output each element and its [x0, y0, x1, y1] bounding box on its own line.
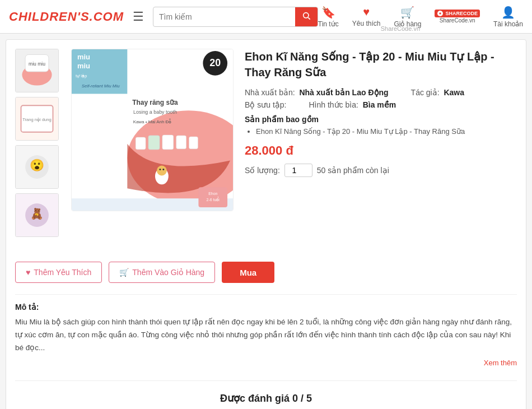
action-buttons: ♥ Thêm Yêu Thích 🛒 Thêm Vào Giỏ Hàng Mua [15, 253, 517, 283]
yeu-thich-label: Yêu thích [352, 20, 381, 27]
header-icon-yeu-thich[interactable]: ♥ Yêu thích [352, 6, 381, 27]
product-section: miu miu Trang nội dung 😮 [15, 49, 517, 237]
includes-item-1: Ehon Kĩ Năng Sống - Tập 20 - Miu Miu Tự … [256, 127, 517, 136]
product-price: 28.000 đ [245, 143, 517, 158]
svg-rect-18 [136, 137, 146, 150]
svg-text:Self-reliant Miu Miu: Self-reliant Miu Miu [82, 83, 120, 89]
search-bar [153, 7, 318, 27]
product-title: Ehon Kĩ Năng Sống - Tập 20 - Miu Miu Tự … [245, 49, 517, 80]
svg-text:tự lập: tự lập [76, 73, 87, 78]
description-section: Mô tả: Miu Miu là bộ sách giúp con hình … [15, 294, 517, 367]
logo[interactable]: CHILDREN'S.COM [9, 10, 124, 24]
thumbnail-4[interactable]: 🧸 [15, 193, 59, 237]
cart-label: Thêm Vào Giỏ Hàng [132, 268, 204, 277]
svg-rect-23 [148, 136, 160, 150]
thumbnail-3[interactable]: 😮 [15, 145, 59, 189]
svg-text:Thay răng sữa: Thay răng sữa [132, 99, 178, 106]
buy-label: Mua [240, 268, 256, 277]
svg-rect-20 [162, 135, 174, 150]
thumbnail-2[interactable]: Trang nội dung [15, 97, 59, 141]
header-icon-tai-khoan[interactable]: 👤 Tài khoản [493, 6, 523, 28]
search-button[interactable] [295, 7, 318, 26]
header-icon-tin-tuc[interactable]: 🔖 Tin tức [318, 6, 339, 28]
cart-icon: 🛒 [400, 6, 414, 19]
publisher-info: Nhà xuất bản: Nhà xuất bản Lao Động [245, 88, 389, 97]
thumbnail-list: miu miu Trang nội dung 😮 [15, 49, 60, 237]
header-icon-gio-hang[interactable]: 🛒 Giỏ hàng [394, 6, 421, 28]
qty-row: Số lượng: 50 sản phẩm còn lại [245, 164, 517, 177]
info-row-publisher: Nhà xuất bản: Nhà xuất bản Lao Động Tác … [245, 88, 517, 97]
product-info: Ehon Kĩ Năng Sống - Tập 20 - Miu Miu Tự … [245, 49, 517, 237]
svg-text:🧸: 🧸 [30, 207, 44, 220]
svg-point-27 [162, 169, 164, 170]
includes-label: Sản phẩm bao gồm [245, 115, 517, 124]
svg-text:😮: 😮 [30, 158, 45, 173]
author-label: Tác giả: [411, 88, 440, 97]
thumbnail-1[interactable]: miu miu [15, 49, 59, 92]
description-label: Mô tả: [15, 303, 517, 312]
heart-icon-btn: ♥ [26, 268, 30, 277]
buy-button[interactable]: Mua [222, 262, 274, 283]
author-value: Kawa [444, 88, 464, 97]
sharecode-text: SHARECODE [445, 11, 478, 16]
qty-label: Số lượng: [245, 166, 280, 175]
tin-tuc-label: Tin tức [318, 20, 339, 28]
qty-input[interactable] [284, 164, 312, 177]
svg-text:miu: miu [77, 62, 90, 70]
svg-rect-21 [176, 136, 186, 149]
svg-text:miu: miu [77, 53, 90, 61]
tai-khoan-label: Tài khoản [493, 20, 523, 28]
cart-icon-btn: 🛒 [119, 268, 129, 277]
svg-text:20: 20 [209, 57, 221, 68]
cover-value: Bìa mềm [363, 100, 396, 109]
collection-label: Bộ sưu tập: [245, 100, 286, 109]
header: CHILDREN'S.COM ☰ 🔖 Tin tức ♥ Yêu thích 🛒… [0, 0, 532, 34]
publisher-label: Nhà xuất bản: [245, 88, 295, 97]
see-more-container: Xem thêm [15, 358, 517, 367]
svg-point-0 [303, 12, 308, 17]
cover-label: Hình thức bìa: [309, 100, 358, 109]
sharecode-vn-label: ShareCode.vn [440, 17, 475, 24]
bookmark-icon: 🔖 [321, 6, 335, 19]
svg-rect-22 [189, 137, 198, 149]
includes-list: Ehon Kĩ Năng Sống - Tập 20 - Miu Miu Tự … [256, 127, 517, 136]
wishlist-label: Thêm Yêu Thích [34, 268, 91, 277]
rating-title: Được đánh giá 0 / 5 [15, 392, 517, 405]
user-icon: 👤 [501, 6, 515, 19]
svg-text:miu miu: miu miu [29, 61, 45, 67]
svg-point-26 [159, 169, 161, 170]
svg-text:Losing a baby tooth: Losing a baby tooth [133, 109, 177, 115]
svg-text:Kawa • Mai Anh Đỗ: Kawa • Mai Anh Đỗ [133, 119, 172, 124]
add-to-cart-button[interactable]: 🛒 Thêm Vào Giỏ Hàng [109, 262, 215, 283]
rating-section: Được đánh giá 0 / 5 Bình luận [15, 380, 517, 409]
gio-hang-label: Giỏ hàng [394, 20, 421, 28]
header-icons: 🔖 Tin tức ♥ Yêu thích 🛒 Giỏ hàng SHARECO… [318, 6, 523, 28]
stock-label: 50 sản phẩm còn lại [317, 166, 389, 175]
search-input[interactable] [153, 9, 295, 25]
wishlist-button[interactable]: ♥ Thêm Yêu Thích [15, 262, 102, 283]
see-more-link[interactable]: Xem thêm [484, 359, 517, 367]
sharecode-logo[interactable]: SHARECODE ShareCode.vn [435, 10, 480, 24]
svg-text:Ehon: Ehon [208, 192, 217, 196]
hamburger-icon[interactable]: ☰ [133, 10, 144, 24]
description-text: Miu Miu là bộ sách giúp con hình thành t… [15, 316, 517, 355]
main-content: miu miu Trang nội dung 😮 [6, 39, 526, 409]
svg-text:Trang nội dung: Trang nội dung [22, 117, 52, 122]
svg-text:2-6 tuổi: 2-6 tuổi [207, 197, 220, 202]
svg-point-25 [157, 166, 167, 176]
main-product-image[interactable]: miu miu tự lập 20 Thay răng sữa Losing a… [71, 49, 234, 211]
svg-line-1 [308, 17, 310, 19]
heart-icon: ♥ [363, 6, 370, 18]
collection-info: Bộ sưu tập: [245, 100, 286, 109]
author-info: Tác giả: Kawa [411, 88, 464, 97]
info-row-cover: Bộ sưu tập: Hình thức bìa: Bìa mềm [245, 100, 517, 109]
publisher-value: Nhà xuất bản Lao Động [299, 88, 388, 97]
sharecode-badge: SHARECODE [435, 10, 480, 17]
cover-info: Hình thức bìa: Bìa mềm [309, 100, 396, 109]
